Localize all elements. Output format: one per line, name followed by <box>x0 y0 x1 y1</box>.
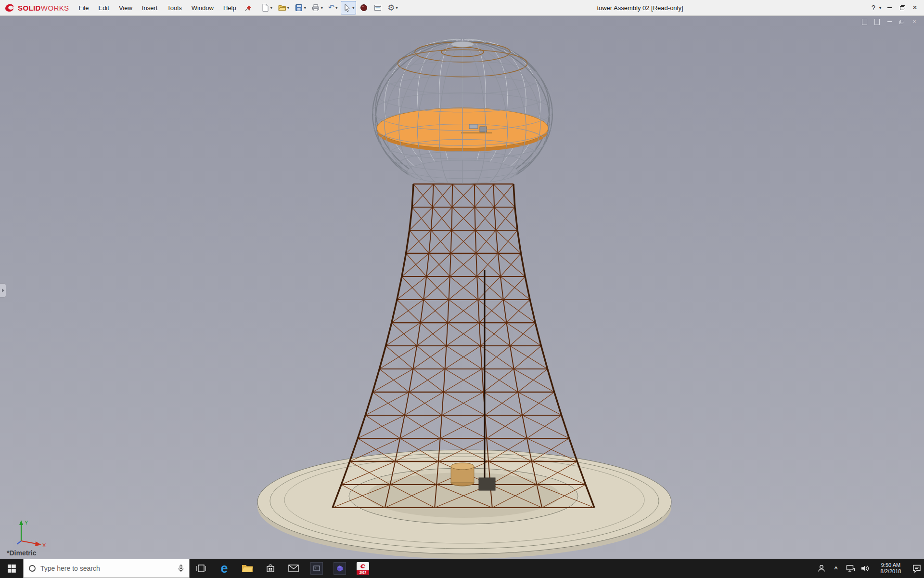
view-orientation-label: *Dimetric <box>7 549 36 557</box>
taskbar-mail-button[interactable] <box>282 559 305 578</box>
open-button[interactable]: ▾ <box>276 1 291 14</box>
graphics-viewport[interactable]: × Y X *Dimetric <box>0 15 924 559</box>
doc-restore-button[interactable] <box>897 18 907 26</box>
dark-app-icon-1 <box>310 562 323 575</box>
undo-button[interactable]: ↶ ▾ <box>326 1 339 14</box>
dark-app-icon-2 <box>334 562 346 575</box>
chevron-down-icon[interactable]: ▾ <box>304 6 306 10</box>
tower-assembly-model[interactable] <box>0 15 924 559</box>
search-placeholder: Type here to search <box>40 565 173 572</box>
doc-minimize-button[interactable] <box>885 18 894 26</box>
menu-file[interactable]: File <box>74 2 94 14</box>
window-title: tower Assembly 02 [Read-only] <box>553 4 727 12</box>
select-tool-button[interactable]: ▾ <box>341 1 356 14</box>
cortana-icon <box>28 565 36 572</box>
appearance-sphere-icon <box>359 3 368 12</box>
tray-volume-button[interactable] <box>858 559 872 578</box>
save-floppy-icon <box>295 3 303 12</box>
chevron-down-icon[interactable]: ▾ <box>335 6 337 10</box>
taskbar-search-box[interactable]: Type here to search <box>23 559 190 578</box>
menu-window[interactable]: Window <box>187 2 218 14</box>
system-tray: ^ 9:50 AM 8/2/2018 <box>814 559 924 578</box>
save-button[interactable]: ▾ <box>293 1 308 14</box>
mail-icon <box>288 565 299 572</box>
store-icon <box>266 564 275 573</box>
new-document-icon <box>261 3 270 12</box>
taskbar-clock[interactable]: 9:50 AM 8/2/2018 <box>872 562 910 575</box>
report-window-icon <box>373 3 382 12</box>
chevron-up-icon: ^ <box>834 565 838 572</box>
undo-arrow-icon: ↶ <box>328 3 334 12</box>
minimize-button[interactable] <box>884 0 896 15</box>
taskbar-solidworks-button[interactable]: 2017 <box>351 559 374 578</box>
action-center-button[interactable] <box>910 559 924 578</box>
clock-time: 9:50 AM <box>873 562 909 568</box>
taskbar-edge-button[interactable]: e <box>213 559 236 578</box>
new-document-button[interactable]: ▾ <box>259 1 274 14</box>
action-center-icon <box>912 565 921 573</box>
menu-view[interactable]: View <box>114 2 137 14</box>
menu-tools[interactable]: Tools <box>162 2 186 14</box>
doc-close-button[interactable]: × <box>910 18 919 26</box>
triad-x-label: X <box>42 542 46 548</box>
report-button[interactable] <box>372 1 384 14</box>
taskbar-store-button[interactable] <box>259 559 282 578</box>
solidworks-app-icon: 2017 <box>357 562 369 575</box>
document-window-controls: × <box>860 18 919 26</box>
task-view-icon <box>196 564 206 573</box>
speaker-icon <box>860 565 869 572</box>
orientation-triad: Y X <box>13 518 47 548</box>
close-button[interactable]: × <box>909 0 921 15</box>
solidworks-window: SOLIDWORKS File Edit View Insert Tools W… <box>0 0 924 578</box>
tray-network-button[interactable] <box>843 559 858 578</box>
chevron-down-icon[interactable]: ▾ <box>287 6 289 10</box>
options-button[interactable]: ⚙ ▾ <box>385 1 399 14</box>
chevron-down-icon[interactable]: ▾ <box>352 6 354 10</box>
brand-text: SOLIDWORKS <box>18 4 69 12</box>
tray-show-hidden-icons-button[interactable]: ^ <box>829 559 843 578</box>
restore-button[interactable] <box>896 0 909 15</box>
help-dropdown-icon[interactable]: ▾ <box>877 0 884 15</box>
chevron-down-icon[interactable]: ▾ <box>321 6 323 10</box>
task-view-button[interactable] <box>190 559 213 578</box>
quick-toolbar: ▾ ▾ ▾ <box>259 1 400 14</box>
taskbar: Type here to search e <box>0 559 924 578</box>
menu-edit[interactable]: Edit <box>93 2 114 14</box>
dassault-ds-icon <box>4 2 15 13</box>
file-explorer-icon <box>242 564 253 573</box>
solidworks-logo: SOLIDWORKS <box>0 2 74 13</box>
gear-icon: ⚙ <box>387 3 395 12</box>
taskbar-app-dark-button-1[interactable] <box>305 559 328 578</box>
taskbar-app-dark-button-2[interactable] <box>328 559 351 578</box>
doc-page-icon-2[interactable] <box>872 18 882 26</box>
doc-page-icon-1[interactable] <box>860 18 869 26</box>
chevron-down-icon[interactable]: ▾ <box>270 6 272 10</box>
menu-bar: SOLIDWORKS File Edit View Insert Tools W… <box>0 0 924 16</box>
tray-people-button[interactable] <box>814 559 829 578</box>
select-cursor-icon <box>343 3 351 12</box>
taskbar-file-explorer-button[interactable] <box>236 559 259 578</box>
print-button[interactable]: ▾ <box>309 1 325 14</box>
people-icon <box>817 564 826 573</box>
solidworks-year-label: 2017 <box>357 570 369 575</box>
appearance-button[interactable] <box>358 1 370 14</box>
start-button[interactable] <box>0 559 23 578</box>
menu-items: File Edit View Insert Tools Window Help <box>74 2 241 14</box>
edge-icon: e <box>220 562 228 575</box>
open-folder-icon <box>278 3 286 12</box>
menu-insert[interactable]: Insert <box>137 2 163 14</box>
panel-expand-arrow-icon <box>2 289 4 292</box>
triad-y-label: Y <box>25 520 28 525</box>
windows-logo-icon <box>8 565 16 573</box>
menu-help[interactable]: Help <box>218 2 241 14</box>
network-icon <box>846 565 855 572</box>
chevron-down-icon[interactable]: ▾ <box>396 6 398 10</box>
print-icon <box>311 3 320 12</box>
feature-panel-collapsed-tab[interactable] <box>0 283 6 298</box>
pin-menu-icon[interactable] <box>244 4 252 12</box>
microphone-icon[interactable] <box>178 565 184 572</box>
window-controls: ? ▾ × <box>867 0 921 15</box>
clock-date: 8/2/2018 <box>873 568 909 575</box>
